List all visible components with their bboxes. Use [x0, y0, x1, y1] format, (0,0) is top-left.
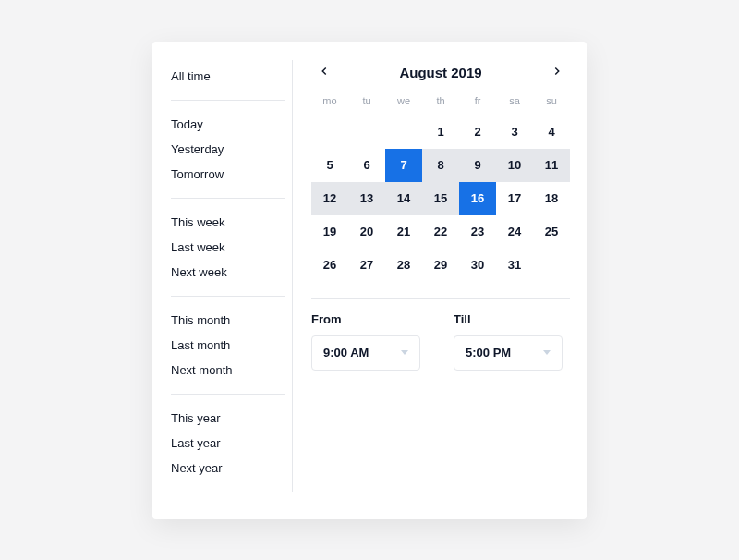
calendar-day[interactable]: 7	[385, 149, 422, 182]
preset-group: All time	[171, 60, 285, 101]
till-time-value: 5:00 PM	[466, 346, 511, 359]
preset-group: This yearLast yearNext year	[171, 395, 285, 492]
calendar-day[interactable]: 26	[311, 249, 348, 282]
preset-item[interactable]: Next month	[171, 358, 285, 383]
next-month-button[interactable]	[548, 64, 566, 82]
preset-item[interactable]: Today	[171, 112, 285, 137]
calendar-blank-cell	[348, 116, 385, 149]
preset-item[interactable]: Next week	[171, 260, 285, 285]
calendar-day[interactable]: 18	[533, 182, 570, 215]
calendar-day[interactable]: 10	[496, 149, 533, 182]
preset-group: This monthLast monthNext month	[171, 297, 285, 395]
preset-item[interactable]: Next year	[171, 456, 285, 481]
preset-item[interactable]: Last month	[171, 333, 285, 358]
preset-item[interactable]: Yesterday	[171, 137, 285, 162]
weekday-label: th	[422, 91, 459, 110]
calendar-day[interactable]: 29	[422, 249, 459, 282]
from-label: From	[311, 312, 428, 326]
calendar-panel: August 2019 motuwethfrsasu 1234567891011…	[293, 60, 570, 492]
preset-group: TodayYesterdayTomorrow	[171, 101, 285, 199]
calendar-day[interactable]: 19	[311, 215, 348, 249]
prev-month-button[interactable]	[315, 64, 333, 82]
chevron-left-icon	[318, 65, 331, 81]
calendar-day[interactable]: 21	[385, 215, 422, 249]
calendar-day[interactable]: 9	[459, 149, 496, 182]
calendar-day[interactable]: 6	[348, 149, 385, 182]
calendar-header: August 2019	[311, 60, 570, 91]
caret-down-icon	[401, 350, 408, 355]
preset-item[interactable]: Last week	[171, 235, 285, 260]
preset-item[interactable]: Last year	[171, 431, 285, 456]
calendar-day[interactable]: 30	[459, 249, 496, 282]
preset-item[interactable]: This week	[171, 210, 285, 235]
preset-group: This weekLast weekNext week	[171, 199, 285, 297]
weekday-label: tu	[348, 91, 385, 110]
calendar-day[interactable]: 2	[459, 116, 496, 149]
weekday-label: fr	[459, 91, 496, 110]
weekday-label: sa	[496, 91, 533, 110]
preset-item[interactable]: This year	[171, 406, 285, 431]
weekday-label: su	[533, 91, 570, 110]
calendar-day[interactable]: 31	[496, 249, 533, 282]
calendar-day[interactable]: 20	[348, 215, 385, 249]
calendar-day[interactable]: 23	[459, 215, 496, 249]
calendar-blank-cell	[385, 116, 422, 149]
till-time-column: Till 5:00 PM	[454, 312, 570, 371]
calendar-day[interactable]: 25	[533, 215, 570, 249]
preset-item[interactable]: This month	[171, 308, 285, 333]
calendar-grid: 1234567891011121314151617181920212223242…	[311, 116, 570, 282]
preset-sidebar: All timeTodayYesterdayTomorrowThis weekL…	[171, 60, 293, 492]
calendar-day[interactable]: 5	[311, 149, 348, 182]
from-time-select[interactable]: 9:00 AM	[311, 335, 420, 371]
calendar-day[interactable]: 11	[533, 149, 570, 182]
weekday-row: motuwethfrsasu	[311, 91, 570, 110]
chevron-right-icon	[551, 65, 563, 81]
calendar-day[interactable]: 3	[496, 116, 533, 149]
calendar-day[interactable]: 13	[348, 182, 385, 215]
calendar-day[interactable]: 1	[422, 116, 459, 149]
weekday-label: we	[385, 91, 422, 110]
time-row: From 9:00 AM Till 5:00 PM	[311, 312, 570, 371]
preset-item[interactable]: All time	[171, 64, 285, 89]
till-time-select[interactable]: 5:00 PM	[454, 335, 563, 371]
divider	[311, 298, 570, 299]
calendar-day[interactable]: 17	[496, 182, 533, 215]
calendar-day[interactable]: 12	[311, 182, 348, 215]
caret-down-icon	[543, 350, 551, 355]
from-time-value: 9:00 AM	[323, 346, 369, 359]
calendar-blank-cell	[311, 116, 348, 149]
calendar-title: August 2019	[399, 65, 481, 80]
weekday-label: mo	[311, 91, 348, 110]
till-label: Till	[454, 312, 570, 326]
calendar-day[interactable]: 4	[533, 116, 570, 149]
calendar-day[interactable]: 24	[496, 215, 533, 249]
preset-item[interactable]: Tomorrow	[171, 162, 285, 187]
calendar-day[interactable]: 16	[459, 182, 496, 215]
date-range-picker: All timeTodayYesterdayTomorrowThis weekL…	[152, 42, 587, 519]
calendar-day[interactable]: 14	[385, 182, 422, 215]
calendar-day[interactable]: 27	[348, 249, 385, 282]
calendar-day[interactable]: 8	[422, 149, 459, 182]
calendar-day[interactable]: 22	[422, 215, 459, 249]
calendar-day[interactable]: 28	[385, 249, 422, 282]
from-time-column: From 9:00 AM	[311, 312, 428, 371]
calendar-day[interactable]: 15	[422, 182, 459, 215]
